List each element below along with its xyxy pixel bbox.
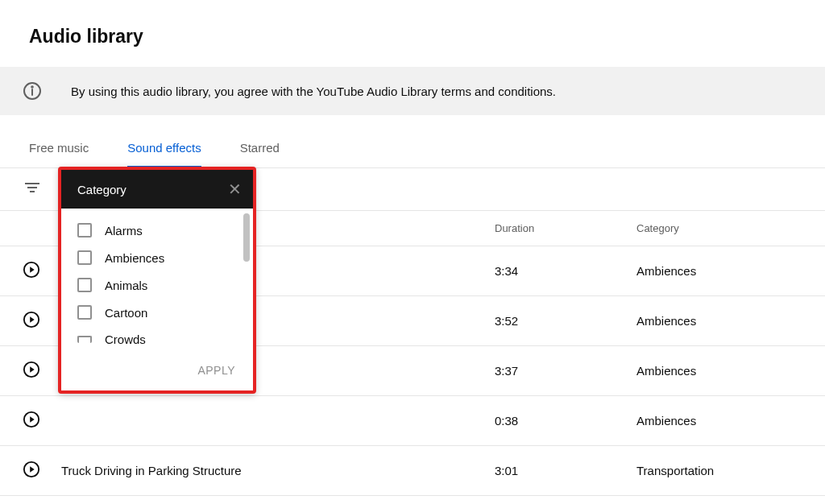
svg-rect-4 [27,187,37,188]
play-icon[interactable] [23,461,40,478]
filter-icon[interactable] [23,178,42,197]
apply-button[interactable]: APPLY [197,364,235,377]
track-duration: 0:38 [495,414,636,428]
track-title: Truck Driving in Parking Structure [61,464,495,477]
filter-option[interactable]: Crowds [77,333,237,346]
track-category: Transportation [636,464,825,477]
track-duration: 3:01 [495,464,636,477]
header-category[interactable]: Category [636,222,825,234]
checkbox-icon[interactable] [77,305,92,320]
track-category: Ambiences [636,264,825,278]
play-icon[interactable] [23,311,40,328]
tab-sound-effects[interactable]: Sound effects [127,141,201,168]
play-icon[interactable] [23,361,40,378]
popup-title: Category [77,183,126,196]
track-category: Ambiences [636,314,825,328]
checkbox-icon[interactable] [77,223,92,238]
option-label: Cartoon [105,306,147,320]
track-duration: 3:52 [495,314,636,328]
filter-option[interactable]: Alarms [77,223,237,238]
category-filter-popup: Category ✕ Alarms Ambiences Animals Cart… [58,167,256,394]
checkbox-icon[interactable] [77,336,92,343]
filter-option[interactable]: Ambiences [77,250,237,265]
checkbox-icon[interactable] [77,278,92,292]
popup-body: Alarms Ambiences Animals Cartoon Crowds [61,209,253,355]
table-row: 0:38 Ambiences [0,396,825,446]
option-label: Animals [105,279,147,292]
terms-notice: By using this audio library, you agree w… [0,67,825,115]
content-area: Duration Category 3:34 Ambiences 3:52 Am… [0,168,825,496]
track-category: Ambiences [636,414,825,428]
filter-option[interactable]: Cartoon [77,305,237,320]
track-duration: 3:37 [495,364,636,378]
tab-free-music[interactable]: Free music [29,141,89,168]
notice-text: By using this audio library, you agree w… [71,85,556,98]
play-icon[interactable] [23,261,40,279]
close-icon[interactable]: ✕ [228,181,242,197]
page-title: Audio library [0,0,825,67]
svg-rect-5 [30,191,35,192]
header-duration[interactable]: Duration [495,222,636,234]
option-label: Crowds [105,333,146,346]
checkbox-icon[interactable] [77,250,92,265]
tabs: Free music Sound effects Starred [0,115,825,168]
table-row: Truck Driving in Parking Structure 3:01 … [0,446,825,496]
option-label: Alarms [105,224,143,238]
tab-starred[interactable]: Starred [240,141,280,168]
play-icon[interactable] [23,411,40,428]
option-label: Ambiences [105,251,164,265]
track-category: Ambiences [636,364,825,378]
popup-header: Category ✕ [61,170,253,209]
svg-point-2 [31,86,33,88]
scrollbar-thumb[interactable] [243,213,250,262]
svg-rect-3 [25,183,39,184]
filter-option[interactable]: Animals [77,278,237,292]
popup-footer: APPLY [61,355,253,390]
info-icon [23,81,42,101]
track-duration: 3:34 [495,264,636,278]
